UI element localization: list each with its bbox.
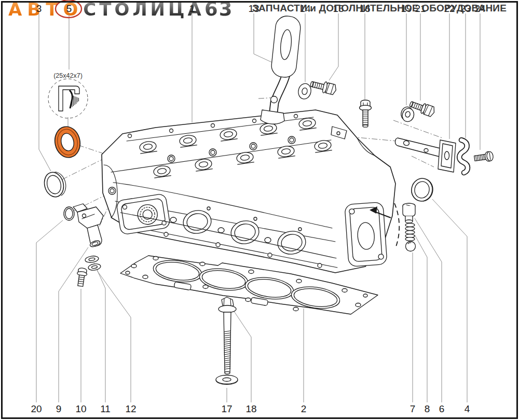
callout-number-12: 12 [125, 403, 136, 414]
lifting-bracket [261, 15, 302, 124]
end-flange [345, 202, 387, 267]
leader-line-6 [415, 218, 442, 402]
callout-number-3: 3 [36, 3, 42, 14]
callout-number-5: 5 [66, 3, 72, 14]
catalog-page: АВТОСТОЛИЦА63 [0, 0, 519, 420]
camshaft-oil-seal-highlighted [52, 124, 83, 160]
callout-number-17: 17 [221, 403, 232, 414]
check-valve-ball [406, 242, 416, 251]
callout-number-18: 18 [245, 403, 256, 414]
leader-line-12 [97, 271, 131, 402]
support-bracket-bar [395, 138, 456, 172]
o-ring [64, 207, 74, 220]
cup-plug-left [42, 170, 68, 199]
head-bolt-washer [216, 375, 238, 385]
seal-cross-section [59, 86, 79, 111]
seal-dimensions-label: (25x42x7) [53, 72, 83, 79]
flange-washer [399, 105, 416, 123]
sensor-bolt [75, 268, 88, 287]
leader-line-18 [233, 309, 251, 402]
sealing-washers [85, 255, 101, 271]
callout-number-2: 2 [301, 403, 307, 414]
leader-line-15 [329, 13, 338, 80]
head-bolt [218, 297, 236, 374]
cable-clamp [459, 140, 468, 173]
callout-number-11: 11 [100, 403, 111, 414]
callout-number-1: 1 [189, 3, 195, 14]
cylinder-head [102, 110, 395, 273]
bracket-washer [297, 82, 312, 100]
callout-number-10: 10 [75, 403, 86, 414]
detail-circle [48, 79, 88, 118]
cover-bolt [360, 100, 372, 127]
leader-line-11 [94, 263, 105, 402]
callout-number-6: 6 [439, 403, 445, 414]
exploded-parts-drawing: (25x42x7) [0, 0, 519, 420]
callout-number-20: 20 [31, 403, 42, 414]
check-valve-plug [403, 203, 415, 223]
check-valve-spring [405, 223, 415, 241]
callout-number-9: 9 [56, 403, 62, 414]
header-tagline: ЗАПЧАСТИ и ДОПОЛНИТЕЛЬНОЕ ОБОРУДОВАНИЕ [252, 3, 507, 14]
callout-number-4: 4 [465, 403, 470, 414]
cup-plug-right [409, 176, 435, 203]
leader-line-5 [68, 15, 69, 127]
seal-detail-view: (25x42x7) [48, 72, 88, 118]
callout-number-7: 7 [410, 403, 416, 414]
camshaft-position-sensor [73, 204, 103, 248]
bracket-bolt [309, 78, 337, 95]
callout-number-8: 8 [425, 403, 430, 414]
leader-line-4 [432, 199, 467, 402]
leader-line-8 [415, 235, 427, 402]
thermostat-flange [116, 193, 170, 235]
clamp-screw [474, 151, 494, 163]
